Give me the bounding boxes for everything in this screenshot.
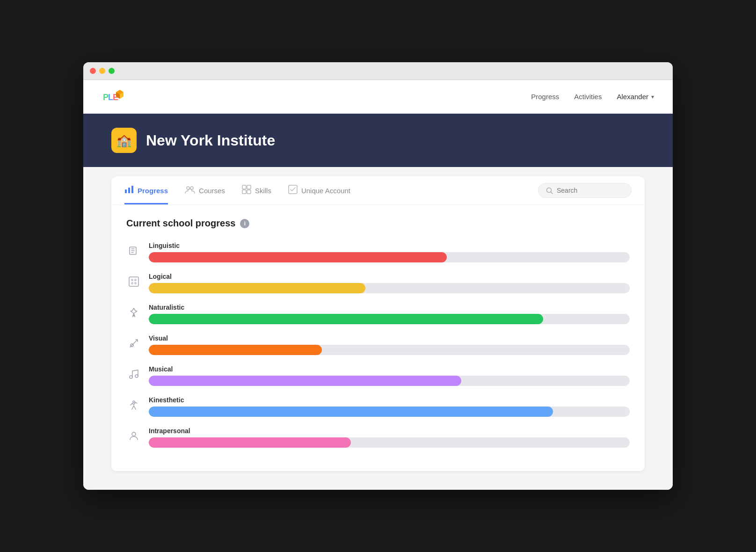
user-menu[interactable]: Alexander ▾ [617,93,654,101]
traffic-lights [90,68,115,74]
svg-rect-10 [131,186,133,193]
tab-courses[interactable]: Courses [185,177,225,204]
visual-label: Visual [149,334,630,342]
close-button[interactable] [90,68,96,74]
linguistic-content: Linguistic [149,242,630,262]
naturalistic-label: Naturalistic [149,304,630,311]
skills-tab-icon [242,185,251,196]
svg-rect-14 [247,185,251,189]
progress-tab-icon [124,185,134,196]
chevron-down-icon: ▾ [651,94,654,100]
tab-skills[interactable]: Skills [242,176,271,204]
logical-content: Logical [149,273,630,293]
logical-icon [126,276,141,290]
tab-progress-label: Progress [138,187,168,195]
main-content: Progress Courses [83,167,673,490]
logical-bar-fill [149,283,365,293]
app-window: P L E Progress Activities Alexander ▾ [83,62,673,490]
school-name: New York Institute [146,132,275,149]
logical-label: Logical [149,273,630,280]
search-box[interactable] [538,183,632,198]
musical-label: Musical [149,365,630,373]
svg-point-23 [135,375,138,378]
svg-rect-9 [128,188,130,193]
progress-item-visual: Visual [126,334,630,355]
progress-item-logical: Logical [126,273,630,293]
svg-rect-13 [242,185,246,189]
nav-activities[interactable]: Activities [574,93,602,101]
section-title: Current school progress i [126,218,630,229]
search-input[interactable] [557,187,622,194]
nav-progress[interactable]: Progress [531,93,559,101]
intrapersonal-content: Intrapersonal [149,427,630,448]
titlebar [83,62,673,80]
musical-content: Musical [149,365,630,386]
svg-point-24 [133,401,135,403]
linguistic-icon [126,245,141,259]
naturalistic-content: Naturalistic [149,304,630,324]
courses-tab-icon [185,185,195,196]
musical-icon [126,369,141,383]
progress-section: Current school progress i Linguistic Log… [111,205,645,471]
logical-bar-bg [149,283,630,293]
progress-item-kinesthetic: Kinesthetic [126,396,630,417]
progress-item-intrapersonal: Intrapersonal [126,427,630,448]
tab-courses-label: Courses [199,187,225,195]
svg-rect-20 [129,277,138,286]
visual-content: Visual [149,334,630,355]
linguistic-bar-bg [149,252,630,262]
logo: P L E [102,86,124,108]
tabs-bar: Progress Courses [111,176,645,205]
intrapersonal-bar-fill [149,437,351,448]
svg-rect-8 [125,189,127,193]
visual-bar-bg [149,345,630,355]
kinesthetic-bar-fill [149,407,553,417]
progress-item-musical: Musical [126,365,630,386]
intrapersonal-bar-bg [149,437,630,448]
intrapersonal-icon [126,430,141,444]
minimize-button[interactable] [99,68,105,74]
main-card: Progress Courses [111,176,645,471]
kinesthetic-bar-bg [149,407,630,417]
naturalistic-bar-fill [149,314,543,324]
app-header: P L E Progress Activities Alexander ▾ [83,80,673,114]
search-icon [546,187,553,194]
visual-icon [126,338,141,352]
svg-rect-16 [247,190,251,194]
linguistic-bar-fill [149,252,447,262]
user-name: Alexander [617,93,648,101]
info-icon[interactable]: i [240,219,249,228]
musical-bar-fill [149,376,461,386]
linguistic-label: Linguistic [149,242,630,249]
intrapersonal-label: Intrapersonal [149,427,630,435]
progress-item-naturalistic: Naturalistic [126,304,630,324]
tab-unique-account-label: Unique Account [301,187,350,195]
tab-progress[interactable]: Progress [124,176,168,204]
visual-bar-fill [149,345,322,355]
school-icon: 🏫 [111,128,137,153]
svg-point-25 [132,432,136,436]
tab-skills-label: Skills [255,187,271,195]
kinesthetic-content: Kinesthetic [149,396,630,417]
kinesthetic-label: Kinesthetic [149,396,630,404]
svg-point-22 [130,376,132,378]
nav-links: Progress Activities Alexander ▾ [531,93,654,101]
logo-icon: P L E [102,86,124,108]
maximize-button[interactable] [109,68,115,74]
unique-account-tab-icon [288,185,298,196]
kinesthetic-icon [126,399,141,414]
naturalistic-icon [126,307,141,321]
tab-unique-account[interactable]: Unique Account [288,176,350,204]
progress-items-container: Linguistic Logical Naturalistic [126,242,630,448]
musical-bar-bg [149,376,630,386]
svg-rect-15 [242,190,246,194]
progress-item-linguistic: Linguistic [126,242,630,262]
naturalistic-bar-bg [149,314,630,324]
hero-banner: 🏫 New York Institute [83,114,673,167]
